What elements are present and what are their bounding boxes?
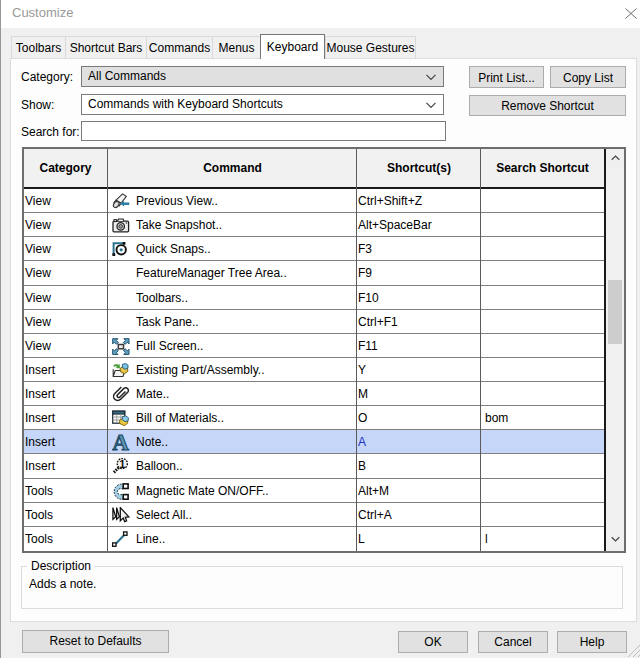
svg-text:1: 1 (119, 458, 125, 470)
svg-text:A: A (112, 434, 129, 451)
